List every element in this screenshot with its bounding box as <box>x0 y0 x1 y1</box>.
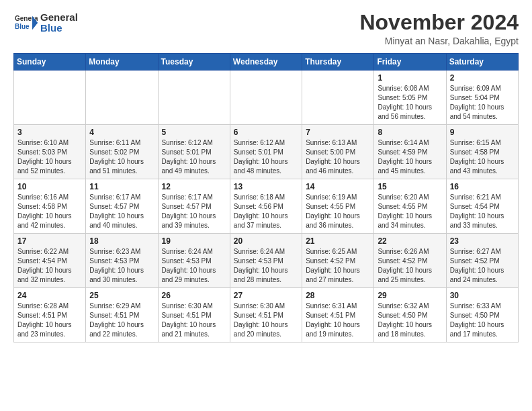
calendar-week-row: 10Sunrise: 6:16 AMSunset: 4:58 PMDayligh… <box>14 179 519 234</box>
calendar-cell: 23Sunrise: 6:27 AMSunset: 4:52 PMDayligh… <box>446 234 518 288</box>
column-header-tuesday: Tuesday <box>158 54 230 71</box>
day-number: 24 <box>17 291 82 300</box>
day-number: 16 <box>450 182 515 191</box>
calendar-cell: 10Sunrise: 6:16 AMSunset: 4:58 PMDayligh… <box>14 179 86 234</box>
day-info: Sunrise: 6:25 AMSunset: 4:52 PMDaylight:… <box>306 247 370 285</box>
day-info: Sunrise: 6:11 AMSunset: 5:02 PMDaylight:… <box>89 138 154 176</box>
calendar-cell: 6Sunrise: 6:12 AMSunset: 5:01 PMDaylight… <box>230 125 302 179</box>
day-info: Sunrise: 6:21 AMSunset: 4:54 PMDaylight:… <box>450 193 515 230</box>
day-number: 6 <box>234 128 298 137</box>
calendar-cell: 1Sunrise: 6:08 AMSunset: 5:05 PMDaylight… <box>374 71 446 125</box>
calendar-cell: 18Sunrise: 6:23 AMSunset: 4:53 PMDayligh… <box>86 234 158 288</box>
day-number: 23 <box>450 236 515 246</box>
calendar-week-row: 24Sunrise: 6:28 AMSunset: 4:51 PMDayligh… <box>14 288 519 342</box>
calendar-cell: 5Sunrise: 6:12 AMSunset: 5:01 PMDaylight… <box>158 125 230 179</box>
logo-text: General Blue <box>40 12 78 34</box>
column-header-monday: Monday <box>86 54 158 71</box>
day-info: Sunrise: 6:14 AMSunset: 4:59 PMDaylight:… <box>378 138 442 176</box>
day-number: 3 <box>17 128 82 137</box>
day-info: Sunrise: 6:20 AMSunset: 4:55 PMDaylight:… <box>378 193 442 230</box>
day-number: 7 <box>306 128 370 137</box>
day-number: 8 <box>378 128 442 137</box>
day-number: 26 <box>162 291 226 300</box>
day-info: Sunrise: 6:24 AMSunset: 4:53 PMDaylight:… <box>234 247 298 285</box>
calendar-cell: 7Sunrise: 6:13 AMSunset: 5:00 PMDaylight… <box>302 125 374 179</box>
day-number: 22 <box>378 236 442 246</box>
calendar-cell: 30Sunrise: 6:33 AMSunset: 4:50 PMDayligh… <box>446 288 518 342</box>
column-header-saturday: Saturday <box>446 54 518 71</box>
day-info: Sunrise: 6:26 AMSunset: 4:52 PMDaylight:… <box>378 247 442 285</box>
day-info: Sunrise: 6:15 AMSunset: 4:58 PMDaylight:… <box>450 138 515 176</box>
day-info: Sunrise: 6:12 AMSunset: 5:01 PMDaylight:… <box>234 138 298 176</box>
day-number: 10 <box>17 182 82 191</box>
day-number: 5 <box>162 128 226 137</box>
day-number: 9 <box>450 128 515 137</box>
calendar-week-row: 17Sunrise: 6:22 AMSunset: 4:54 PMDayligh… <box>14 234 519 288</box>
day-number: 12 <box>162 182 226 191</box>
day-info: Sunrise: 6:31 AMSunset: 4:51 PMDaylight:… <box>306 302 370 339</box>
calendar-cell: 15Sunrise: 6:20 AMSunset: 4:55 PMDayligh… <box>374 179 446 234</box>
calendar-cell: 9Sunrise: 6:15 AMSunset: 4:58 PMDaylight… <box>446 125 518 179</box>
column-header-sunday: Sunday <box>14 54 86 71</box>
calendar-cell: 19Sunrise: 6:24 AMSunset: 4:53 PMDayligh… <box>158 234 230 288</box>
day-info: Sunrise: 6:29 AMSunset: 4:51 PMDaylight:… <box>89 302 154 339</box>
day-info: Sunrise: 6:30 AMSunset: 4:51 PMDaylight:… <box>162 302 226 339</box>
calendar-cell: 24Sunrise: 6:28 AMSunset: 4:51 PMDayligh… <box>14 288 86 342</box>
day-info: Sunrise: 6:30 AMSunset: 4:51 PMDaylight:… <box>234 302 298 339</box>
calendar-cell: 25Sunrise: 6:29 AMSunset: 4:51 PMDayligh… <box>86 288 158 342</box>
calendar-cell <box>86 71 158 125</box>
day-number: 14 <box>306 182 370 191</box>
calendar-cell: 12Sunrise: 6:17 AMSunset: 4:57 PMDayligh… <box>158 179 230 234</box>
day-info: Sunrise: 6:19 AMSunset: 4:55 PMDaylight:… <box>306 193 370 230</box>
day-number: 29 <box>378 291 442 300</box>
day-number: 27 <box>234 291 298 300</box>
calendar-cell: 28Sunrise: 6:31 AMSunset: 4:51 PMDayligh… <box>302 288 374 342</box>
day-number: 28 <box>306 291 370 300</box>
day-number: 11 <box>89 182 154 191</box>
day-info: Sunrise: 6:23 AMSunset: 4:53 PMDaylight:… <box>89 247 154 285</box>
day-info: Sunrise: 6:33 AMSunset: 4:50 PMDaylight:… <box>450 302 515 339</box>
calendar-cell: 20Sunrise: 6:24 AMSunset: 4:53 PMDayligh… <box>230 234 302 288</box>
svg-text:Blue: Blue <box>15 23 30 30</box>
calendar-cell: 3Sunrise: 6:10 AMSunset: 5:03 PMDaylight… <box>14 125 86 179</box>
calendar-cell: 2Sunrise: 6:09 AMSunset: 5:04 PMDaylight… <box>446 71 518 125</box>
calendar-week-row: 3Sunrise: 6:10 AMSunset: 5:03 PMDaylight… <box>14 125 519 179</box>
day-info: Sunrise: 6:22 AMSunset: 4:54 PMDaylight:… <box>17 247 82 285</box>
day-info: Sunrise: 6:13 AMSunset: 5:00 PMDaylight:… <box>306 138 370 176</box>
month-title: November 2024 <box>359 11 519 34</box>
calendar-table: SundayMondayTuesdayWednesdayThursdayFrid… <box>13 53 519 342</box>
day-number: 25 <box>89 291 154 300</box>
column-header-wednesday: Wednesday <box>230 54 302 71</box>
day-number: 21 <box>306 236 370 246</box>
day-info: Sunrise: 6:18 AMSunset: 4:56 PMDaylight:… <box>234 193 298 230</box>
logo: General Blue General Blue <box>13 11 78 35</box>
day-number: 4 <box>89 128 154 137</box>
calendar-cell: 11Sunrise: 6:17 AMSunset: 4:57 PMDayligh… <box>86 179 158 234</box>
calendar-cell: 4Sunrise: 6:11 AMSunset: 5:02 PMDaylight… <box>86 125 158 179</box>
day-info: Sunrise: 6:32 AMSunset: 4:50 PMDaylight:… <box>378 302 442 339</box>
day-info: Sunrise: 6:17 AMSunset: 4:57 PMDaylight:… <box>162 193 226 230</box>
day-number: 2 <box>450 73 515 83</box>
calendar-cell <box>230 71 302 125</box>
day-number: 18 <box>89 236 154 246</box>
day-number: 19 <box>162 236 226 246</box>
calendar-cell: 16Sunrise: 6:21 AMSunset: 4:54 PMDayligh… <box>446 179 518 234</box>
day-info: Sunrise: 6:16 AMSunset: 4:58 PMDaylight:… <box>17 193 82 230</box>
day-info: Sunrise: 6:08 AMSunset: 5:05 PMDaylight:… <box>378 84 442 122</box>
calendar-cell: 13Sunrise: 6:18 AMSunset: 4:56 PMDayligh… <box>230 179 302 234</box>
column-header-thursday: Thursday <box>302 54 374 71</box>
calendar-cell: 29Sunrise: 6:32 AMSunset: 4:50 PMDayligh… <box>374 288 446 342</box>
title-block: November 2024 Minyat an Nasr, Dakahlia, … <box>359 11 519 46</box>
day-info: Sunrise: 6:12 AMSunset: 5:01 PMDaylight:… <box>162 138 226 176</box>
day-number: 17 <box>17 236 82 246</box>
calendar-week-row: 1Sunrise: 6:08 AMSunset: 5:05 PMDaylight… <box>14 71 519 125</box>
calendar-cell: 17Sunrise: 6:22 AMSunset: 4:54 PMDayligh… <box>14 234 86 288</box>
day-number: 30 <box>450 291 515 300</box>
day-number: 13 <box>234 182 298 191</box>
day-number: 15 <box>378 182 442 191</box>
calendar-cell: 22Sunrise: 6:26 AMSunset: 4:52 PMDayligh… <box>374 234 446 288</box>
day-number: 1 <box>378 73 442 83</box>
calendar-cell: 14Sunrise: 6:19 AMSunset: 4:55 PMDayligh… <box>302 179 374 234</box>
logo-icon: General Blue <box>13 11 38 35</box>
day-info: Sunrise: 6:17 AMSunset: 4:57 PMDaylight:… <box>89 193 154 230</box>
